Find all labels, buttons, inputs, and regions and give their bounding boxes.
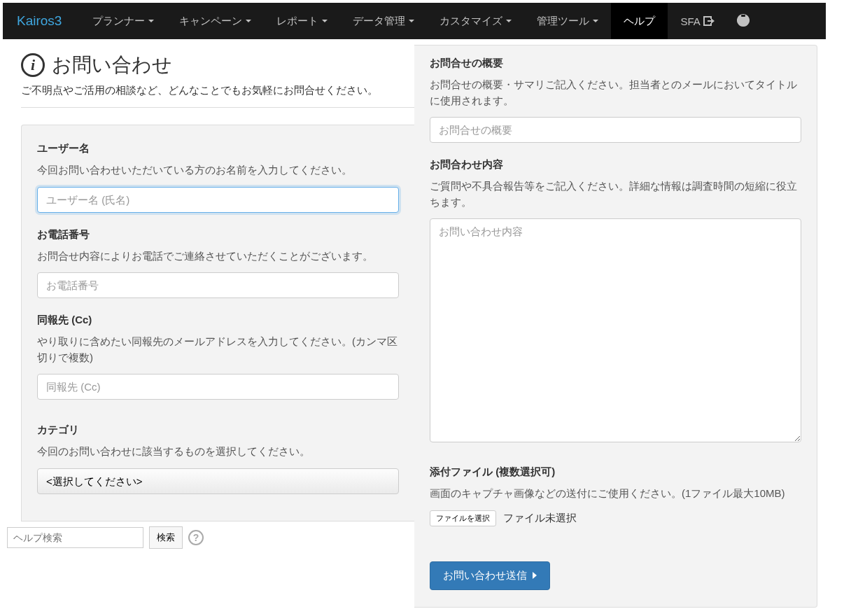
caret-down-icon	[148, 20, 154, 22]
phone-help: お問合せ内容によりお電話でご連絡させていただくことがございます。	[37, 248, 399, 265]
file-status: ファイル未選択	[503, 512, 577, 525]
nav-sfa[interactable]: SFA	[668, 15, 726, 27]
nav-admin[interactable]: 管理ツール	[524, 3, 611, 39]
external-link-icon	[703, 16, 715, 26]
chevron-right-icon	[533, 572, 537, 579]
file-select-button[interactable]: ファイルを選択	[430, 510, 496, 526]
category-help: 今回のお問い合わせに該当するものを選択してください。	[37, 444, 399, 460]
nav-label: カスタマイズ	[439, 15, 502, 28]
submit-button[interactable]: お問い合わせ送信	[430, 561, 550, 590]
cc-label: 同報先 (Cc)	[37, 314, 399, 327]
category-label: カテゴリ	[37, 424, 399, 437]
username-help: 今回お問い合わせいただいている方のお名前を入力してください。	[37, 162, 399, 178]
form-panel-left: ユーザー名 今回お問い合わせいただいている方のお名前を入力してください。 お電話…	[21, 125, 414, 522]
attachment-label: 添付ファイル (複数選択可)	[430, 465, 801, 479]
attachment-help: 画面のキャプチャ画像などの送付にご使用ください。(1ファイル最大10MB)	[430, 486, 801, 502]
content-textarea[interactable]	[430, 218, 801, 442]
nav-label: キャンペーン	[179, 15, 242, 28]
power-button[interactable]	[727, 14, 759, 29]
caret-down-icon	[409, 20, 414, 22]
cc-input[interactable]	[37, 374, 399, 400]
page-title: お問い合わせ	[52, 52, 172, 78]
help-search-input[interactable]	[7, 527, 143, 548]
help-question-icon[interactable]: ?	[188, 530, 204, 545]
top-navbar: Kairos3 プランナー キャンペーン レポート データ管理 カスタマイズ 管…	[3, 3, 826, 39]
page-title-row: i お問い合わせ	[21, 52, 414, 78]
summary-help: お問合せの概要・サマリご記入ください。担当者とのメールにおいてタイトルに使用され…	[430, 77, 801, 108]
caret-down-icon	[322, 20, 328, 22]
nav-label: 管理ツール	[537, 15, 589, 28]
caret-down-icon	[593, 20, 598, 22]
nav-help[interactable]: ヘルプ	[611, 3, 668, 39]
content-help: ご質問や不具合報告等をご記入ください。詳細な情報は調査時間の短縮に役立ちます。	[430, 178, 801, 210]
nav-label: データ管理	[353, 15, 405, 28]
username-input[interactable]	[37, 187, 399, 213]
page-description: ご不明点やご活用の相談など、どんなことでもお気軽にお問合せください。	[21, 84, 414, 97]
username-label: ユーザー名	[37, 142, 399, 155]
nav-data[interactable]: データ管理	[340, 3, 427, 39]
cc-help: やり取りに含めたい同報先のメールアドレスを入力してください。(カンマ区切りで複数…	[37, 334, 399, 365]
nav-campaign[interactable]: キャンペーン	[167, 3, 264, 39]
phone-input[interactable]	[37, 272, 399, 298]
nav-customize[interactable]: カスタマイズ	[427, 3, 524, 39]
caret-down-icon	[506, 20, 512, 22]
caret-down-icon	[246, 20, 251, 22]
phone-label: お電話番号	[37, 228, 399, 241]
sfa-label: SFA	[680, 15, 700, 27]
content-label: お問合わせ内容	[430, 158, 801, 172]
summary-label: お問合せの概要	[430, 57, 801, 70]
brand-logo[interactable]: Kairos3	[17, 13, 62, 29]
power-icon	[737, 14, 750, 27]
divider	[21, 107, 414, 108]
svg-rect-2	[741, 15, 745, 17]
info-icon: i	[21, 53, 45, 77]
help-search-bar: 検索 ?	[3, 522, 208, 553]
nav-report[interactable]: レポート	[264, 3, 340, 39]
nav-label: プランナー	[92, 15, 145, 28]
submit-label: お問い合わせ送信	[443, 569, 527, 582]
category-select[interactable]: <選択してください>	[37, 468, 399, 494]
summary-input[interactable]	[430, 117, 801, 143]
nav-planner[interactable]: プランナー	[80, 3, 167, 39]
help-search-button[interactable]: 検索	[149, 526, 183, 549]
nav-label: レポート	[276, 15, 318, 28]
form-panel-right: お問合せの概要 お問合せの概要・サマリご記入ください。担当者とのメールにおいてタ…	[414, 45, 817, 608]
